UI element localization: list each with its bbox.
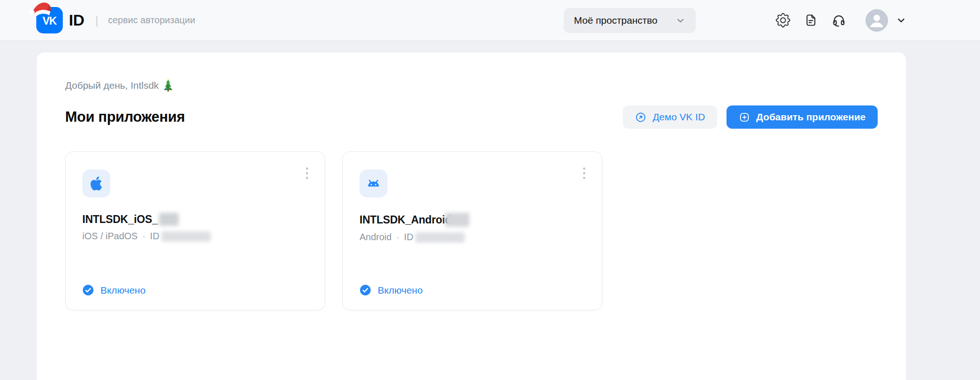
- add-button-label: Добавить приложение: [756, 111, 866, 123]
- chevron-down-icon: [675, 15, 686, 26]
- check-circle-icon: [360, 284, 371, 296]
- chevron-down-icon: [896, 15, 907, 26]
- logo-product-name: ID: [69, 11, 84, 29]
- logo-separator: |: [95, 14, 98, 27]
- header-actions: Демо VK ID Добавить приложение: [623, 105, 878, 129]
- app-id-label: ID: [404, 232, 413, 242]
- redacted-id-chip: [161, 231, 211, 242]
- vk-id-console: VK ID | сервис авторизации Моё пространс…: [0, 0, 980, 380]
- space-selector-dropdown[interactable]: Моё пространство: [564, 8, 696, 33]
- android-platform-tile: [360, 170, 387, 197]
- app-card-android[interactable]: INTLSDK_Android Android · ID Включено: [342, 151, 602, 310]
- demo-vkid-button[interactable]: Демо VK ID: [623, 105, 717, 129]
- docs-button[interactable]: [803, 13, 819, 28]
- card-menu-button[interactable]: [579, 163, 590, 183]
- app-meta-row: iOS / iPadOS · ID: [82, 231, 308, 242]
- app-id-label: ID: [150, 231, 160, 242]
- redacted-id-chip: [415, 232, 465, 242]
- apple-icon: [88, 176, 104, 191]
- document-icon: [804, 13, 818, 27]
- account-menu-chevron[interactable]: [896, 15, 907, 26]
- top-bar-right: Моё пространство: [564, 8, 907, 33]
- meta-separator: ·: [142, 231, 146, 242]
- app-platform: Android: [360, 232, 392, 242]
- greeting-text: Добрый день, Intlsdk: [65, 80, 159, 91]
- external-link-circle-icon: [635, 111, 647, 123]
- settings-button[interactable]: [775, 13, 791, 28]
- headset-icon: [832, 13, 846, 27]
- support-button[interactable]: [831, 13, 847, 28]
- plus-square-icon: [739, 111, 750, 123]
- status-badge: Включено: [82, 284, 308, 296]
- apple-platform-tile: [82, 170, 110, 197]
- avatar[interactable]: [866, 9, 888, 32]
- redacted-name-chip: [159, 213, 179, 226]
- app-name: INTLSDK_Android: [360, 214, 452, 226]
- app-name: INTLSDK_iOS_: [82, 213, 158, 226]
- top-bar: VK ID | сервис авторизации Моё пространс…: [0, 0, 980, 41]
- status-label: Включено: [378, 285, 423, 296]
- app-platform: iOS / iPadOS: [82, 231, 138, 242]
- redacted-name-chip: [445, 213, 469, 227]
- status-label: Включено: [100, 285, 146, 296]
- space-selector-value: Моё пространство: [574, 15, 657, 26]
- status-badge: Включено: [360, 284, 585, 296]
- vk-id-logo[interactable]: VK ID: [36, 7, 84, 33]
- kebab-menu-icon: [582, 167, 586, 180]
- content-panel: Добрый день, Intlsdk Мои приложения: [37, 52, 906, 380]
- section-header: Мои приложения Демо VK ID Добавить пр: [65, 105, 878, 129]
- check-circle-icon: [82, 284, 94, 296]
- user-silhouette-icon: [866, 9, 887, 32]
- demo-button-label: Демо VK ID: [653, 111, 705, 123]
- vk-logo-badge: VK: [36, 7, 63, 33]
- card-menu-button[interactable]: [301, 163, 313, 183]
- app-name-row: INTLSDK_iOS_: [82, 213, 308, 226]
- kebab-menu-icon: [305, 167, 309, 180]
- app-card-ios[interactable]: INTLSDK_iOS_ iOS / iPadOS · ID Включено: [65, 151, 325, 310]
- android-icon: [365, 175, 382, 192]
- app-name-row: INTLSDK_Android: [360, 213, 585, 227]
- greeting: Добрый день, Intlsdk: [65, 79, 878, 92]
- app-meta-row: Android · ID: [360, 232, 585, 242]
- meta-separator: ·: [396, 232, 400, 242]
- santa-hat-icon: [28, 0, 57, 20]
- apps-grid: INTLSDK_iOS_ iOS / iPadOS · ID Включено: [65, 151, 878, 310]
- add-app-button[interactable]: Добавить приложение: [727, 105, 878, 129]
- logo-tagline: сервис авторизации: [108, 15, 195, 26]
- gear-icon: [776, 13, 790, 27]
- christmas-tree-icon: [163, 79, 173, 92]
- toolbar-icons: [775, 13, 847, 28]
- page-title: Мои приложения: [65, 109, 185, 125]
